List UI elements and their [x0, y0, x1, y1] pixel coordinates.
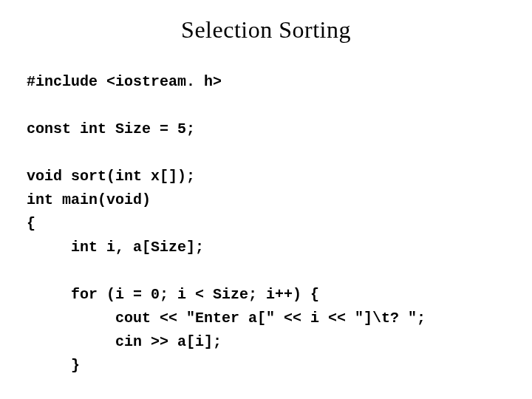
code-line: const int Size = 5; [27, 120, 195, 137]
code-line: void sort(int x[]); [27, 168, 195, 185]
code-line: { [27, 215, 35, 232]
slide-title: Selection Sorting [0, 0, 532, 50]
code-line: int main(void) [27, 191, 151, 208]
code-line: for (i = 0; i < Size; i++) { [27, 286, 319, 303]
code-line: int i, a[Size]; [27, 239, 204, 256]
code-line: cin >> a[i]; [27, 333, 222, 350]
code-block: #include <iostream. h> const int Size = … [0, 50, 532, 378]
slide: Selection Sorting #include <iostream. h>… [0, 0, 532, 399]
code-line: #include <iostream. h> [27, 73, 222, 90]
code-line: cout << "Enter a[" << i << "]\t? "; [27, 310, 426, 327]
code-line: } [27, 357, 80, 374]
